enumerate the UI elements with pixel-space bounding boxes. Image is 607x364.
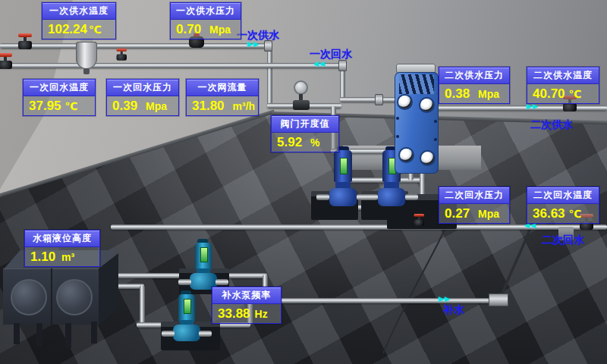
tank-manhole (11, 279, 47, 315)
gauge-primary-return-pressure[interactable]: 一次回水压力 0.39 Mpa (106, 79, 179, 116)
control-valve[interactable] (291, 80, 311, 111)
gauge-value: 0.39 (112, 99, 137, 114)
gauge-value-row: 0.38 Mpa (439, 84, 509, 103)
gauge-primary-supply-temperature[interactable]: 一次供水温度 102.24 ℃ (42, 2, 116, 39)
gauge-title: 阀门开度值 (272, 116, 338, 133)
gauge-title: 二次供水温度 (527, 67, 599, 84)
gauge-unit: Hz (255, 308, 268, 320)
hx-port (398, 96, 411, 108)
pipe-primary-supply (0, 43, 272, 49)
tank-leg (91, 322, 97, 344)
pump-volute (173, 325, 200, 341)
pump-discharge-stub (405, 194, 418, 200)
manual-valve-icon (17, 33, 33, 50)
makeup-pump-2[interactable] (167, 293, 206, 353)
gauge-title: 二次回水压力 (439, 187, 509, 204)
pump-volute (378, 188, 405, 206)
gauge-value: 1.10 (30, 249, 55, 265)
gauge-value-row: 36.63 ℃ (527, 204, 599, 223)
pipe-tank-lower-drop (140, 285, 145, 325)
gauge-unit: Mpa (209, 24, 231, 36)
gauge-value: 0.70 (176, 22, 201, 37)
pump-suction-stub (365, 194, 378, 200)
hmi-heat-exchange-station-screen: ▶▶ ◀◀ ▶▶ ◀◀ ▶▶ (0, 0, 607, 364)
hx-bolt (396, 135, 399, 138)
plate-heat-exchanger (392, 64, 442, 179)
tank-manhole (56, 279, 93, 315)
gauge-value: 40.70 (533, 86, 565, 102)
gauge-unit: ℃ (569, 208, 582, 220)
tank-leg (14, 323, 20, 344)
gauge-value: 5.92 (277, 135, 302, 150)
hx-bolt (396, 117, 399, 120)
pipe-primary-return (0, 63, 343, 68)
gauge-title: 一次供水压力 (171, 3, 241, 20)
hx-bolt (434, 120, 437, 123)
gauge-value: 37.95 (29, 99, 61, 114)
control-valve-wheel (294, 80, 308, 95)
gauge-unit: Mpa (146, 100, 167, 112)
gauge-primary-network-flow[interactable]: 一次网流量 31.80 m³/h (186, 79, 259, 116)
manual-valve-icon (0, 53, 14, 70)
gauge-title: 一次网流量 (187, 80, 258, 96)
valve-body (18, 41, 32, 49)
gauge-value-row: 31.80 m³/h (187, 96, 258, 115)
filter-drain (83, 68, 90, 74)
gauge-primary-return-temperature[interactable]: 一次回水温度 37.95 ℃ (23, 79, 96, 116)
gauge-unit: Mpa (478, 88, 499, 100)
filter-body (76, 42, 97, 69)
gauge-unit: m³/h (233, 100, 256, 112)
gauge-value: 31.80 (192, 99, 225, 114)
valve-body (117, 55, 127, 61)
gauge-value: 36.63 (533, 206, 565, 221)
pipe-label-primary-return: 一次回水 (310, 48, 352, 61)
gauge-value-row: 33.88 Hz (212, 304, 281, 323)
hx-port (420, 99, 433, 111)
gauge-makeup-pump-frequency[interactable]: 补水泵频率 33.88 Hz (212, 287, 281, 324)
gauge-secondary-supply-pressure[interactable]: 二次供水压力 0.38 Mpa (439, 67, 510, 104)
gauge-title: 一次供水温度 (42, 3, 115, 20)
hx-bolt (434, 138, 437, 141)
gauge-valve-opening[interactable]: 阀门开度值 5.92 % (271, 115, 339, 152)
pipe-label-secondary-supply: 二次供水 (530, 118, 573, 132)
pump-suction-stub (178, 279, 191, 285)
gauge-title: 水箱液位高度 (25, 231, 99, 247)
pump-discharge-stub (199, 331, 212, 337)
hx-port (400, 149, 413, 162)
pump-status-indicator (184, 299, 191, 314)
gauge-value-row: 0.39 Mpa (107, 96, 178, 115)
gauge-secondary-return-temperature[interactable]: 二次回水温度 36.63 ℃ (527, 187, 599, 224)
manual-valve-icon (115, 49, 128, 61)
valve-body (563, 103, 577, 111)
gauge-value-row: 0.27 Mpa (439, 204, 509, 223)
hx-plate-pack (399, 74, 434, 94)
gauge-secondary-supply-temperature[interactable]: 二次供水温度 40.70 ℃ (527, 67, 599, 104)
gauge-value-row: 1.10 m³ (25, 247, 99, 266)
gauge-value: 33.88 (218, 306, 250, 322)
valve-body (0, 61, 12, 69)
manual-valve-icon (413, 214, 426, 227)
flow-arrows-icon: ▶▶ (439, 295, 451, 303)
gauge-secondary-return-pressure[interactable]: 二次回水压力 0.27 Mpa (439, 187, 510, 224)
pipe-label-makeup-water: 补水 (443, 303, 464, 317)
pipe-primary-return-to-hx (340, 97, 399, 102)
gauge-unit: m³ (61, 251, 74, 263)
gauge-unit: Mpa (478, 208, 499, 220)
flange (338, 60, 347, 71)
tank-leg (36, 323, 42, 347)
gauge-tank-level-height[interactable]: 水箱液位高度 1.10 m³ (24, 230, 100, 267)
pump-suction-stub (162, 331, 175, 337)
gauge-primary-supply-pressure[interactable]: 一次供水压力 0.70 Mpa (170, 2, 241, 39)
pipe-secondary-supply (429, 105, 607, 111)
pipe-makeup-water (262, 298, 503, 303)
gauge-value-row: 40.70 ℃ (527, 84, 599, 103)
gauge-unit: ℃ (65, 100, 78, 112)
makeup-coupling (489, 293, 508, 306)
pipe-label-primary-supply: 一次供水 (237, 29, 279, 42)
pump-volute (329, 188, 357, 206)
pump-discharge-stub (215, 279, 228, 285)
tank-leg (65, 323, 71, 348)
circulation-pump-1[interactable] (322, 149, 364, 221)
gauge-value-row: 102.24 ℃ (42, 20, 115, 39)
gauge-value-row: 5.92 % (272, 133, 338, 152)
